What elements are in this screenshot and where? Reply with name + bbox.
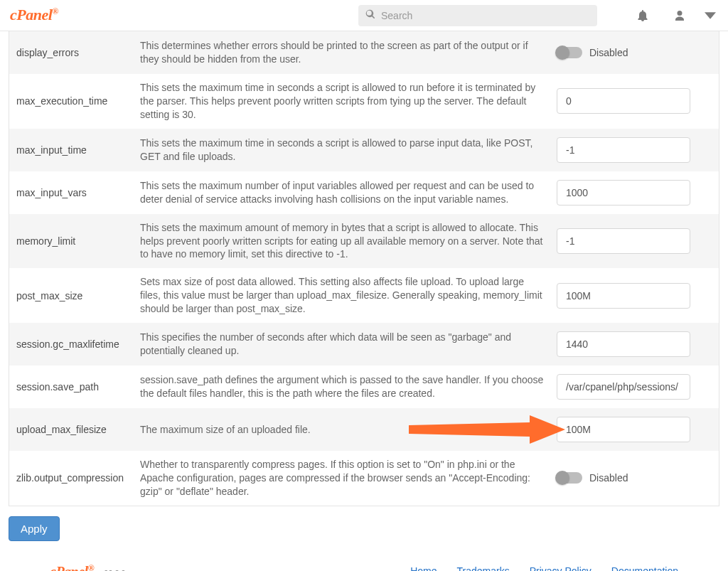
setting-description: This determines whether errors should be… (140, 39, 557, 66)
setting-control (557, 228, 713, 254)
setting-description: This specifies the number of seconds aft… (140, 331, 557, 358)
setting-input[interactable] (557, 88, 690, 114)
footer-logo: cPanel® (50, 564, 94, 571)
setting-row: session.gc_maxlifetimeThis specifies the… (9, 323, 719, 365)
setting-row: post_max_sizeSets max size of post data … (9, 268, 719, 323)
setting-input[interactable] (557, 417, 690, 442)
setting-row: zlib.output_compressionWhether to transp… (9, 451, 719, 506)
search-box[interactable] (358, 5, 597, 26)
setting-row: display_errorsThis determines whether er… (9, 31, 719, 74)
setting-input[interactable] (557, 180, 690, 206)
setting-key: zlib.output_compression (15, 472, 140, 484)
menu-caret-icon[interactable] (702, 0, 718, 31)
apply-button[interactable]: Apply (9, 516, 60, 541)
setting-row: upload_max_filesizeThe maximum size of a… (9, 408, 719, 451)
toggle-switch[interactable]: Disabled (557, 472, 628, 484)
setting-control (557, 180, 713, 206)
setting-control (557, 88, 713, 114)
brand-logo: cPanel® (10, 7, 58, 23)
toggle-switch[interactable]: Disabled (557, 47, 628, 58)
toggle-track[interactable] (557, 472, 582, 484)
notifications-icon[interactable] (628, 0, 657, 31)
setting-description: This sets the maximum time in seconds a … (140, 137, 557, 164)
setting-control (557, 331, 713, 357)
setting-control: Disabled (557, 472, 713, 484)
setting-input[interactable] (557, 331, 690, 357)
setting-control (557, 374, 713, 400)
setting-description: This sets the maximum amount of memory i… (140, 221, 557, 262)
toggle-thumb (555, 471, 569, 485)
setting-input[interactable] (557, 374, 690, 400)
toggle-label: Disabled (589, 47, 628, 58)
search-icon (365, 9, 375, 21)
setting-key: display_errors (15, 47, 140, 58)
toggle-label: Disabled (589, 472, 628, 484)
php-settings-table: display_errorsThis determines whether er… (9, 31, 719, 506)
setting-control (557, 417, 713, 442)
setting-description: session.save_path defines the argument w… (140, 373, 557, 400)
search-input[interactable] (381, 10, 590, 21)
setting-input[interactable] (557, 283, 690, 309)
setting-row: memory_limitThis sets the maximum amount… (9, 214, 719, 269)
footer-links: HomeTrademarksPrivacy PolicyDocumentatio… (410, 565, 678, 571)
setting-row: max_input_varsThis sets the maximum numb… (9, 171, 719, 214)
setting-description: This sets the maximum time in seconds a … (140, 81, 557, 122)
footer-link[interactable]: Home (410, 565, 437, 571)
setting-key: post_max_size (15, 290, 140, 301)
setting-row: max_execution_timeThis sets the maximum … (9, 74, 719, 129)
toggle-thumb (555, 46, 569, 60)
setting-input[interactable] (557, 137, 690, 163)
setting-description: This sets the maximum number of input va… (140, 179, 557, 206)
setting-row: max_input_timeThis sets the maximum time… (9, 129, 719, 171)
setting-input[interactable] (557, 228, 690, 254)
topbar: cPanel® (0, 0, 728, 31)
setting-key: max_execution_time (15, 95, 140, 107)
setting-control (557, 137, 713, 163)
brand-text: cPanel (10, 6, 52, 24)
setting-description: Whether to transparently compress pages.… (140, 458, 557, 498)
setting-key: upload_max_filesize (15, 424, 140, 435)
setting-key: max_input_time (15, 144, 140, 156)
setting-key: memory_limit (15, 235, 140, 247)
setting-description: The maximum size of an uploaded file. (140, 423, 557, 437)
setting-control (557, 283, 713, 309)
toggle-track[interactable] (557, 47, 582, 58)
footer-link[interactable]: Privacy Policy (530, 565, 592, 571)
footer-link[interactable]: Documentation (611, 565, 678, 571)
setting-description: Sets max size of post data allowed. This… (140, 275, 557, 316)
setting-key: session.save_path (15, 381, 140, 393)
user-icon[interactable] (665, 0, 694, 31)
footer: cPanel® 96.0.9 HomeTrademarksPrivacy Pol… (0, 548, 728, 571)
setting-key: session.gc_maxlifetime (15, 338, 140, 350)
footer-link[interactable]: Trademarks (457, 565, 510, 571)
setting-row: session.save_pathsession.save_path defin… (9, 365, 719, 408)
setting-key: max_input_vars (15, 187, 140, 198)
setting-control: Disabled (557, 47, 713, 58)
